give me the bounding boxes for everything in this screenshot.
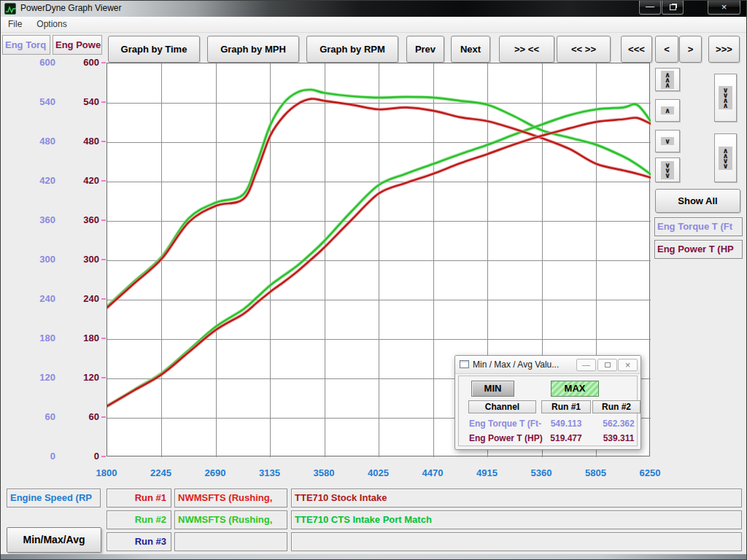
axis-tick-mark [101, 219, 106, 221]
y-tick-power: 300 [44, 254, 99, 265]
restore-icon [605, 362, 611, 368]
minimize-button[interactable]: — [639, 1, 661, 15]
menu-item-file[interactable]: File [1, 17, 29, 29]
minmax-close-button[interactable]: × [618, 359, 638, 371]
x-tick-label: 5360 [516, 467, 567, 478]
collapse-range-icon: ∨∨∧∧ [719, 86, 732, 109]
run-desc-2[interactable]: TTE710 CTS Intake Port Match [291, 510, 742, 529]
minmax-run2-value: 562.362 [595, 419, 643, 429]
x-tick-label: 2245 [136, 467, 187, 478]
scroll-down-icon: ∨ [661, 137, 674, 145]
minmax-header-run-2[interactable]: Run #2 [592, 400, 640, 413]
minmax-title-bar[interactable]: Min / Max / Avg Valu... — × [455, 356, 640, 374]
toolbar-button-[interactable]: << >> [557, 36, 611, 63]
expand-range-button[interactable]: ∧∧∨∨ [714, 133, 737, 182]
minmax-window[interactable]: Min / Max / Avg Valu... — × MIN MAX Chan… [454, 355, 641, 450]
close-button[interactable]: × [708, 1, 740, 15]
axis-tab-power[interactable]: Eng Powe [53, 35, 102, 55]
toolbar-button-prev[interactable]: Prev [406, 36, 444, 63]
x-tick-label: 4025 [353, 467, 404, 478]
window-bottom-border [1, 554, 747, 559]
channel-label-power[interactable]: Eng Power T (HP [654, 240, 743, 259]
y-tick-power: 0 [44, 451, 99, 462]
minmax-minimize-button[interactable]: — [576, 359, 596, 371]
menu-item-options[interactable]: Options [29, 17, 74, 29]
y-tick-power: 180 [44, 332, 99, 343]
minmax-header-run-1[interactable]: Run #1 [541, 400, 591, 413]
x-tick-label: 1800 [81, 467, 132, 478]
minmaxavg-button[interactable]: Min/Max/Avg [7, 527, 101, 553]
run-file-3[interactable] [174, 532, 287, 551]
toolbar-button-graph-by-mph[interactable]: Graph by MPH [207, 36, 299, 63]
y-tick-power: 60 [44, 411, 99, 422]
scroll-top-button[interactable]: ∧∧∧ [655, 68, 680, 91]
axis-tick-mark [101, 377, 106, 378]
collapse-range-button[interactable]: ∨∨∧∧ [714, 74, 737, 122]
chevron-up-icon: ∧ [722, 103, 728, 108]
x-tick-label: 3580 [298, 467, 349, 478]
toolbar-button-graph-by-rpm[interactable]: Graph by RPM [306, 36, 398, 63]
scroll-bottom-icon: ∨∨∨ [661, 161, 674, 179]
chevron-down-icon: ∨ [665, 139, 670, 144]
x-tick-label: 5805 [570, 467, 622, 478]
axis-tick-mark [101, 456, 106, 457]
toolbar-button-[interactable]: >> << [499, 36, 554, 63]
x-tick-label: 4470 [407, 467, 458, 478]
y-tick-power: 240 [44, 293, 99, 304]
app-icon [4, 3, 16, 15]
powerdyne-window: PowerDyne Graph Viewer — × FileOptions E… [0, 0, 747, 560]
x-tick-label: 4915 [462, 467, 513, 478]
minmax-window-title: Min / Max / Avg Valu... [473, 359, 559, 370]
axis-tick-mark [101, 259, 106, 260]
scroll-up-button[interactable]: ∧ [655, 99, 680, 122]
minmax-header-channel[interactable]: Channel [468, 400, 536, 413]
y-tick-power: 540 [44, 96, 99, 107]
x-axis-channel-button[interactable]: Engine Speed (RP [7, 489, 101, 508]
y-tick-power: 360 [44, 214, 99, 225]
minmax-body: MIN MAX ChannelRun #1Run #2Eng Torque T … [458, 376, 638, 446]
scroll-down-button[interactable]: ∨ [655, 130, 680, 152]
expand-range-icon: ∧∧∨∨ [719, 147, 732, 170]
run-label-3[interactable]: Run #3 [107, 532, 171, 551]
toolbar-button-[interactable]: < [655, 36, 678, 63]
run-file-2[interactable]: NWMSFTS (Rushing, [174, 510, 287, 529]
chevron-up-icon: ∧ [665, 108, 670, 113]
y-tick-power: 480 [44, 136, 99, 147]
maximize-button[interactable] [662, 1, 684, 15]
min-toggle-button[interactable]: MIN [471, 381, 514, 397]
run-label-1[interactable]: Run #1 [107, 489, 171, 508]
scroll-bottom-button[interactable]: ∨∨∨ [655, 158, 680, 182]
max-toggle-button[interactable]: MAX [551, 381, 599, 397]
axis-tick-mark [101, 180, 106, 182]
run-file-1[interactable]: NWMSFTS (Rushing, [174, 489, 287, 508]
channel-label-torque[interactable]: Eng Torque T (Ft [654, 217, 743, 236]
restore-icon [670, 4, 676, 10]
run-desc-3[interactable] [291, 532, 742, 551]
show-all-button[interactable]: Show All [655, 189, 740, 213]
title-bar[interactable]: PowerDyne Graph Viewer — × [1, 1, 747, 17]
chevron-down-icon: ∨ [665, 173, 670, 178]
toolbar-button-graph-by-time[interactable]: Graph by Time [108, 36, 200, 63]
minmax-restore-button[interactable] [597, 359, 617, 371]
axis-tab-torque[interactable]: Eng Torq [2, 35, 50, 55]
toolbar-button-next[interactable]: Next [451, 36, 490, 63]
axis-tick-mark [101, 416, 106, 418]
close-icon: × [721, 1, 727, 12]
run-label-2[interactable]: Run #2 [107, 510, 171, 529]
minmax-channel-name: Eng Torque T (Ft- [469, 419, 541, 429]
minmax-run2-value: 539.311 [595, 433, 643, 443]
minimize-icon: — [646, 1, 654, 12]
toolbar-button-[interactable]: >>> [708, 36, 740, 63]
minmax-channel-name: Eng Power T (HP) [469, 433, 543, 443]
scroll-top-icon: ∧∧∧ [661, 71, 674, 89]
form-icon [460, 360, 469, 368]
chevron-down-icon: ∨ [722, 163, 728, 168]
toolbar-button-[interactable]: <<< [621, 36, 652, 63]
x-tick-label: 3135 [244, 467, 295, 478]
axis-tick-mark [101, 62, 106, 63]
x-tick-label: 6250 [624, 467, 676, 478]
y-tick-power: 420 [44, 175, 99, 186]
toolbar-button-[interactable]: > [679, 36, 702, 63]
axis-tick-mark [101, 298, 106, 300]
run-desc-1[interactable]: TTE710 Stock Intake [291, 489, 742, 508]
